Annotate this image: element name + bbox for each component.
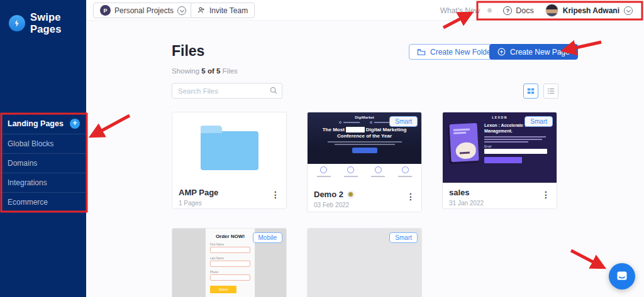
card-info: Demo 2 03 Feb 2022 ⋮ (308, 185, 421, 208)
sidebar-item-label: Global Blocks (8, 139, 53, 148)
sidebar-item-label: Integrations (8, 178, 47, 187)
card-title-text: AMP Page (179, 188, 218, 197)
sidebar-item-ecommerce[interactable]: Ecommerce (0, 192, 86, 212)
file-card-order-form[interactable]: Mobile Order NOW! First Name Last Name P… (172, 228, 287, 297)
topbar: P Personal Projects Invite Team What's N… (86, 0, 644, 21)
list-view-icon (547, 87, 555, 95)
mobile-badge: Mobile (253, 232, 282, 243)
grid-view-toggle[interactable] (523, 84, 538, 99)
thumbnail-paragraph-bar (328, 141, 402, 143)
whats-new-link[interactable]: What's New (440, 6, 492, 15)
sidebar-menu: Landing Pages + Global Blocks Domains In… (0, 114, 86, 212)
submit-button-preview: Submit (210, 286, 236, 293)
create-new-page-label: Create New Page (510, 48, 570, 57)
card-info: sales 31 Jan 2022 ⋮ (443, 183, 557, 207)
project-switcher-label: Personal Projects (114, 6, 174, 15)
page-thumbnail: Smart DigiMarket The MostDigital Marketi… (308, 112, 421, 185)
user-menu[interactable]: Kripesh Adwani (545, 4, 633, 17)
create-new-folder-button[interactable]: Create New Folder (409, 44, 502, 60)
field-label: First Name (210, 243, 250, 246)
files-count-text: Showing 5 of 5 Files (172, 67, 238, 75)
headline-placeholder-box (346, 127, 365, 132)
file-card-sales[interactable]: Smart LEXON Lexon : Accelerate Work Mana… (442, 112, 557, 209)
card-title: Demo 2 (314, 190, 415, 199)
card-menu-button[interactable]: ⋮ (406, 192, 415, 201)
lightning-logo-icon (9, 15, 25, 31)
swipe-pages-dashboard: Swipe Pages Landing Pages + Global Block… (0, 0, 644, 297)
field-label: Last Name (210, 257, 250, 260)
thumbnail-cta-button (484, 157, 522, 163)
user-name: Kripesh Adwani (563, 6, 619, 15)
card-subtitle: 03 Feb 2022 (314, 202, 415, 208)
page-thumbnail: Mobile Order NOW! First Name Last Name P… (172, 229, 286, 297)
sidebar-item-label: Domains (8, 159, 37, 168)
smart-badge: Smart (525, 116, 553, 127)
card-menu-button[interactable]: ⋮ (271, 190, 280, 199)
file-card-demo-2[interactable]: Smart DigiMarket The MostDigital Marketi… (307, 112, 422, 212)
email-input-preview (484, 149, 547, 154)
smart-badge: Smart (389, 232, 418, 243)
thumbnail-features-strip (308, 164, 421, 185)
sidebar-item-domains[interactable]: Domains (0, 153, 86, 173)
headline-line2: Conference of the Year (337, 133, 392, 139)
chat-icon (616, 270, 628, 283)
status-dot-icon (347, 191, 355, 198)
thumbnail-cta-button (352, 148, 377, 153)
search-files (172, 83, 282, 99)
card-subtitle: 31 Jan 2022 (449, 200, 550, 207)
book-illustration (449, 123, 479, 162)
sidebar-item-label: Landing Pages (8, 119, 64, 128)
docs-label: Docs (516, 6, 533, 15)
invite-team-button[interactable]: Invite Team (191, 3, 255, 18)
grid-view-icon (526, 87, 535, 95)
create-new-page-button[interactable]: Create New Page (489, 44, 578, 60)
file-card-amp-page[interactable]: AMP Page 1 Pages ⋮ (172, 112, 287, 209)
question-circle-icon: ? (503, 6, 512, 15)
plus-circle-icon (497, 48, 506, 56)
people-icon (197, 6, 206, 14)
chevron-down-icon (177, 6, 186, 15)
project-switcher-button[interactable]: P Personal Projects (93, 3, 193, 18)
field-input-preview (210, 274, 250, 281)
file-card-blank-page[interactable]: Smart (307, 228, 422, 297)
field-input-preview (210, 247, 250, 253)
email-label: Email (484, 145, 550, 148)
page-thumbnail: Smart LEXON Lexon : Accelerate Work Mana… (443, 112, 557, 183)
user-avatar (545, 4, 558, 17)
folder-plus-icon (417, 48, 426, 56)
field-input-preview (210, 261, 250, 267)
field-label: Phone (210, 271, 250, 274)
folder-thumbnail (172, 112, 286, 183)
card-title-text: Demo 2 (314, 190, 343, 199)
showing-prefix: Showing (172, 67, 199, 75)
form-heading: Order NOW! (210, 234, 250, 239)
headline-pre: The Most (323, 127, 345, 132)
thumbnail-copy: Lexon : Accelerate Work Management. Emai… (484, 122, 550, 163)
whats-new-label: What's New (440, 6, 480, 15)
list-view-toggle[interactable] (543, 84, 558, 99)
sidebar-item-label: Ecommerce (8, 198, 48, 207)
topbar-right-nav: What's New ? Docs Kripesh Adwani (433, 0, 640, 21)
add-landing-page-button[interactable]: + (70, 119, 80, 129)
search-icon (270, 87, 277, 94)
sidebar-item-landing-pages[interactable]: Landing Pages + (0, 114, 86, 134)
search-input[interactable] (172, 83, 282, 99)
headline-post: Digital Marketing (366, 127, 406, 132)
chat-launcher-button[interactable] (609, 263, 635, 289)
thumbnail-headline: The MostDigital Marketing Conference of … (308, 127, 421, 139)
card-title: AMP Page (179, 188, 280, 197)
invite-team-label: Invite Team (209, 6, 248, 15)
smart-badge: Smart (389, 116, 418, 127)
thumbnail-paragraph-bar (335, 144, 395, 145)
annotation-arrow-chat (571, 251, 602, 267)
card-menu-button[interactable]: ⋮ (541, 190, 550, 199)
docs-link[interactable]: ? Docs (503, 6, 533, 15)
card-title-text: sales (449, 188, 470, 197)
sidebar-item-integrations[interactable]: Integrations (0, 173, 86, 192)
app-logo[interactable]: Swipe Pages (0, 0, 86, 35)
folder-icon (201, 131, 258, 170)
chevron-down-icon (624, 6, 633, 15)
sidebar-item-global-blocks[interactable]: Global Blocks (0, 134, 86, 153)
showing-suffix: Files (223, 67, 238, 75)
card-subtitle: 1 Pages (179, 200, 280, 207)
